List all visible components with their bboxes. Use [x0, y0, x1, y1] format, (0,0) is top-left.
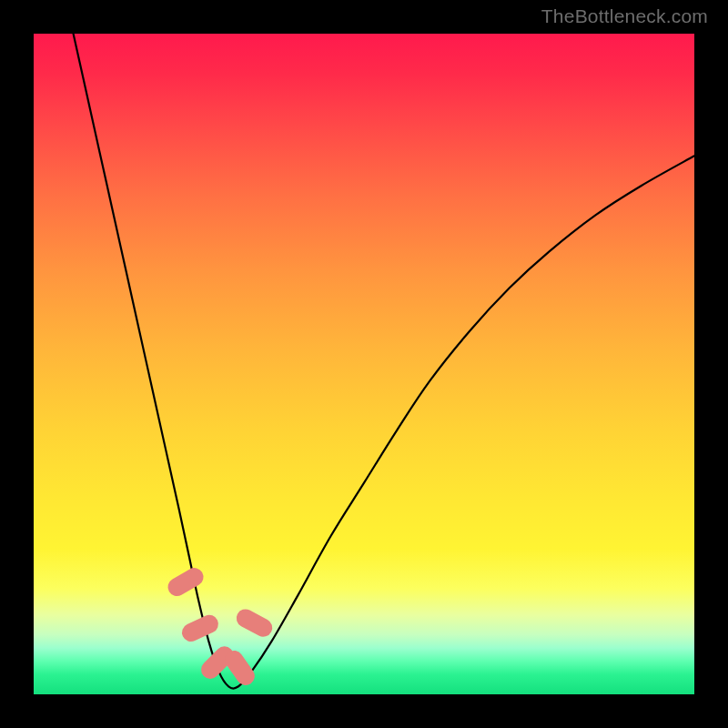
curve-marker	[233, 606, 275, 640]
bottleneck-chart	[34, 34, 694, 694]
attribution-text: TheBottleneck.com	[541, 5, 708, 27]
plot-area	[34, 34, 694, 694]
outer-frame: TheBottleneck.com	[0, 0, 728, 728]
curve-markers	[165, 564, 276, 688]
bottleneck-curve	[74, 34, 694, 689]
curve-marker	[165, 564, 207, 599]
curve-marker	[179, 612, 222, 644]
